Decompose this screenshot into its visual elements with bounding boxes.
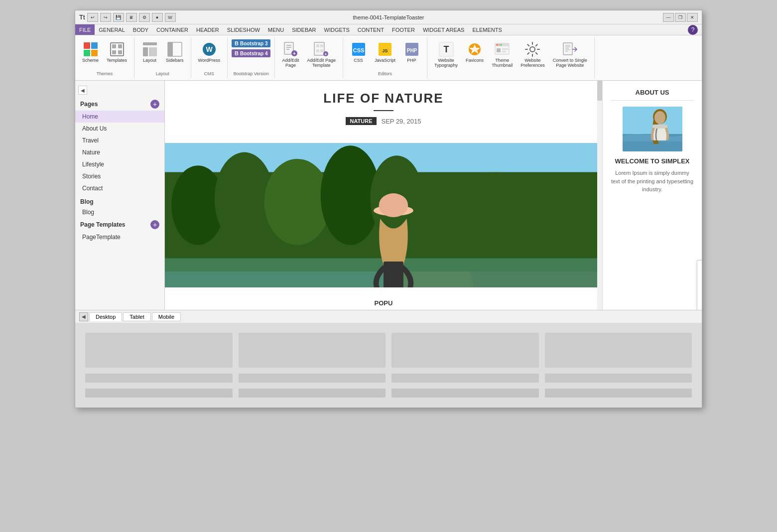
title-bar-left: Tt ↩ ↪ 💾 🖥 ⚙ ● W (79, 13, 176, 22)
page-templates-title: Page Templates (80, 221, 125, 228)
add-edit-page-template-label: Add/Edit PageTemplate (307, 58, 336, 68)
about-image (623, 107, 682, 151)
add-edit-page-template-btn[interactable]: + Add/Edit PageTemplate (304, 39, 339, 70)
settings-btn[interactable]: ⚙ (139, 13, 150, 22)
templates-btn[interactable]: Templates (104, 39, 130, 65)
php-btn[interactable]: PHP PHP (400, 39, 423, 65)
minimize-btn[interactable]: — (663, 13, 674, 22)
menu-general[interactable]: GENERAL (95, 24, 129, 35)
svg-rect-67 (384, 262, 403, 287)
pages-add-btn[interactable]: + (150, 100, 159, 109)
blog-title-line (374, 110, 393, 111)
javascript-btn[interactable]: JS JavaScript (372, 39, 398, 65)
sidebar-item-nature[interactable]: Nature (75, 146, 164, 158)
sidebar-item-about-us[interactable]: About Us (75, 123, 164, 134)
menu-container[interactable]: CONTAINER (152, 24, 192, 35)
sidebar-item-travel[interactable]: Travel (75, 134, 164, 146)
popular-title: POPU (195, 299, 572, 307)
blog-date: SEP 29, 2015 (382, 118, 421, 125)
bootstrap4-btn[interactable]: B Bootstrap 4 (232, 49, 271, 57)
website-preferences-btn[interactable]: WebsitePreferences (518, 39, 548, 70)
templates-icon (109, 41, 125, 57)
website-typography-btn[interactable]: T WebsiteTypography (431, 39, 461, 70)
restore-btn[interactable]: ❐ (675, 13, 686, 22)
convert-single-btn[interactable]: Convert to SinglePage Website (550, 39, 590, 70)
bootstrap4-b: B (235, 50, 239, 56)
sidebar-item-home[interactable]: Home (75, 111, 164, 123)
menu-elements[interactable]: ELEMENTS (468, 24, 506, 35)
editors-items: CSS CSS JS JavaScript PHP P (347, 39, 423, 70)
svg-rect-7 (112, 50, 116, 54)
desktop-tab[interactable]: Desktop (89, 312, 122, 321)
sidebars-btn[interactable]: Sidebars (163, 39, 187, 65)
menu-slideshow[interactable]: SLIDESHOW (223, 24, 264, 35)
svg-rect-2 (84, 50, 90, 56)
tablet-tab[interactable]: Tablet (123, 312, 150, 321)
placeholder-12 (545, 389, 692, 398)
scrollbar-thumb[interactable] (597, 81, 602, 101)
svg-rect-44 (497, 48, 501, 52)
layout-btn[interactable]: Layout (138, 39, 161, 65)
sidebar-item-page-template[interactable]: PageTemplate (75, 231, 164, 243)
favicons-btn[interactable]: Favicons (463, 39, 487, 65)
convert-single-icon (562, 41, 578, 57)
css-btn[interactable]: CSS CSS (347, 39, 370, 65)
menu-widgets[interactable]: WIDGETS (320, 24, 354, 35)
svg-rect-6 (118, 44, 122, 48)
css-icon: CSS (351, 41, 367, 57)
canvas-scroll[interactable]: LIFE OF NATURE NATURE SEP 29, 2015 (165, 81, 602, 310)
pages-items: + Add/EditPage + Add/Edit PageTemplate (279, 39, 339, 76)
menu-header[interactable]: HEADER (192, 24, 223, 35)
menu-sidebar[interactable]: SIDEBAR (288, 24, 320, 35)
popular-section: POPU (165, 287, 602, 310)
wordpress-btn[interactable]: W WordPress (195, 39, 223, 65)
dot-btn[interactable]: ● (152, 13, 163, 22)
collapse-btn[interactable]: ◀ (78, 86, 87, 95)
bootstrap3-btn[interactable]: B Bootstrap 3 (232, 39, 271, 47)
sidebar-item-stories[interactable]: Stories (75, 170, 164, 182)
bootstrap4-label: Bootstrap 4 (240, 51, 268, 56)
templates-label: Templates (107, 58, 127, 63)
svg-rect-13 (168, 42, 173, 56)
about-title: ABOUT US (611, 89, 694, 96)
menu-content[interactable]: CONTENT (354, 24, 388, 35)
menu-body[interactable]: BODY (129, 24, 152, 35)
about-divider (611, 100, 694, 101)
website-preferences-icon (524, 41, 540, 57)
theme-thumbnail-label: ThemeThumbnail (492, 58, 513, 68)
nature-svg (165, 143, 602, 287)
sidebar-item-lifestyle[interactable]: Lifestyle (75, 158, 164, 170)
theme-thumbnail-btn[interactable]: ThemeThumbnail (489, 39, 516, 70)
sidebar-item-contact[interactable]: Contact (75, 182, 164, 194)
placeholder-11 (391, 389, 539, 398)
svg-point-60 (264, 159, 331, 245)
add-edit-page-btn[interactable]: + Add/EditPage (279, 39, 302, 70)
menu-file[interactable]: FILE (75, 24, 95, 35)
close-btn[interactable]: ✕ (687, 13, 698, 22)
preview-btn[interactable]: 🖥 (126, 13, 137, 22)
add-edit-page-template-icon: + (313, 41, 329, 57)
mobile-tab[interactable]: Mobile (152, 312, 181, 321)
menu-widget-areas[interactable]: WIDGET AREAS (419, 24, 469, 35)
layout-icon (142, 41, 158, 57)
blog-post: LIFE OF NATURE NATURE SEP 29, 2015 (165, 81, 602, 143)
menu-menu[interactable]: MENU (264, 24, 288, 35)
redo-btn[interactable]: ↪ (100, 13, 111, 22)
save-btn[interactable]: 💾 (113, 13, 124, 22)
canvas-scrollbar[interactable] (597, 81, 602, 310)
sidebar-item-blog[interactable]: Blog (75, 206, 164, 218)
svg-rect-11 (149, 47, 157, 56)
undo-btn[interactable]: ↩ (87, 13, 98, 22)
page-templates-add-btn[interactable]: + (150, 220, 159, 229)
menu-bar: FILE GENERAL BODY CONTAINER HEADER SLIDE… (75, 24, 702, 35)
blog-meta: NATURE SEP 29, 2015 (195, 117, 572, 125)
menu-footer[interactable]: FOOTER (388, 24, 419, 35)
blog-post-title: LIFE OF NATURE (195, 91, 572, 106)
editors-group-label: Editors (378, 70, 392, 76)
wp-btn[interactable]: W (165, 13, 176, 22)
help-btn[interactable]: ? (688, 25, 698, 35)
scroll-left-btn[interactable]: ◀ (79, 312, 88, 321)
favicons-icon (467, 41, 483, 57)
scheme-btn[interactable]: Scheme (79, 39, 102, 65)
svg-text:PHP: PHP (406, 48, 417, 53)
